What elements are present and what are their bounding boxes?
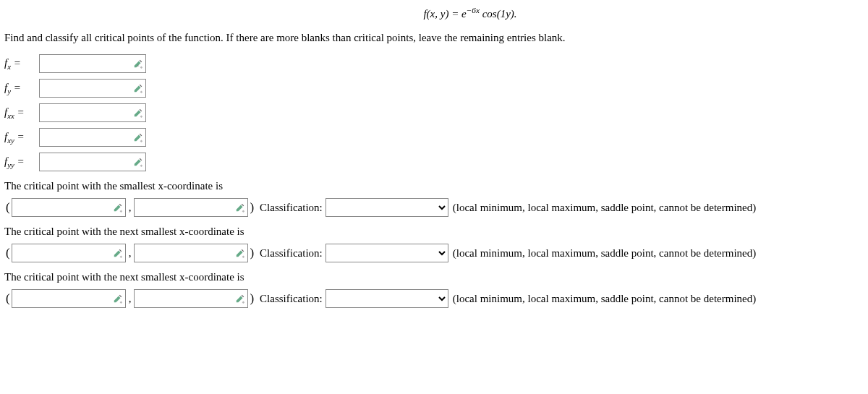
instruction-text: Find and classify all critical points of… <box>4 32 864 44</box>
cp2-y-input[interactable] <box>134 244 248 262</box>
open-paren: ( <box>6 246 10 260</box>
close-paren: ) <box>250 246 254 260</box>
comma: , <box>129 202 132 214</box>
fxx-input[interactable] <box>39 103 146 122</box>
critical-point-intro-1: The critical point with the smallest x-c… <box>4 180 864 192</box>
cp1-x-input[interactable] <box>12 198 126 217</box>
cp1-classification-select[interactable] <box>326 198 448 217</box>
cp3-y-input[interactable] <box>134 289 248 308</box>
fyy-input[interactable] <box>39 153 146 171</box>
classification-label: Classification: <box>260 293 323 305</box>
label-fy: fy = <box>4 82 39 95</box>
classification-hint: (local minimum, local maximum, saddle po… <box>453 202 756 214</box>
classification-hint: (local minimum, local maximum, saddle po… <box>453 293 756 305</box>
close-paren: ) <box>250 200 254 215</box>
label-fxx: fxx = <box>4 106 39 120</box>
cp3-classification-select[interactable] <box>326 289 448 308</box>
equation-display: f(x, y) = e−6x cos(1y). <box>4 6 864 20</box>
fxy-input[interactable] <box>39 128 146 147</box>
critical-point-intro-2: The critical point with the next smalles… <box>4 226 864 238</box>
comma: , <box>129 247 132 260</box>
fx-input[interactable] <box>39 54 146 73</box>
cp2-x-input[interactable] <box>12 244 126 262</box>
critical-point-intro-3: The critical point with the next smalles… <box>4 271 864 283</box>
label-fxy: fxy = <box>4 131 39 145</box>
label-fyy: fyy = <box>4 155 39 169</box>
cp2-classification-select[interactable] <box>326 244 448 262</box>
label-fx: fx = <box>4 57 39 71</box>
close-paren: ) <box>250 291 254 306</box>
cp1-y-input[interactable] <box>134 198 248 217</box>
comma: , <box>129 293 132 305</box>
classification-label: Classification: <box>260 202 323 214</box>
open-paren: ( <box>6 200 10 215</box>
classification-hint: (local minimum, local maximum, saddle po… <box>453 247 756 260</box>
cp3-x-input[interactable] <box>12 289 126 308</box>
fy-input[interactable] <box>39 79 146 98</box>
classification-label: Classification: <box>260 247 323 260</box>
open-paren: ( <box>6 291 10 306</box>
